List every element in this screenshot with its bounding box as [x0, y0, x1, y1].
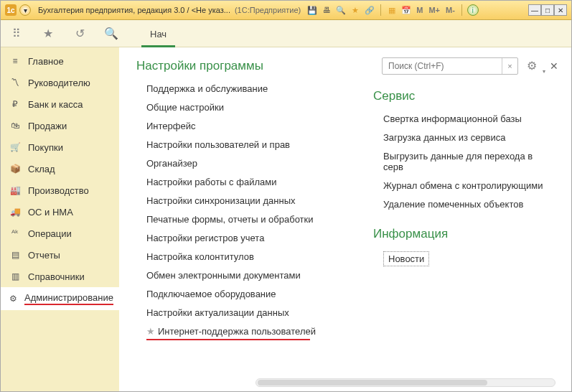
book-icon: ▥: [9, 271, 21, 282]
sidebar-item-bank[interactable]: ₽Банк и касса: [1, 93, 119, 115]
sidebar: ≡Главное 〽Руководителю ₽Банк и касса 🛍Пр…: [1, 47, 119, 392]
settings-heading: Настройки программы: [136, 59, 339, 73]
sidebar-item-operations[interactable]: ᴬᵏОперации: [1, 223, 119, 244]
link-svc-3[interactable]: Журнал обмена с контролирующими: [383, 180, 554, 191]
sidebar-item-production[interactable]: 🏭Производство: [1, 179, 119, 201]
link-svc-4[interactable]: Удаление помеченных объектов: [383, 199, 554, 210]
link-support[interactable]: Поддержка и обслуживание: [146, 83, 339, 94]
sidebar-item-assets[interactable]: 🚚ОС и НМА: [1, 201, 119, 223]
search-box: ×: [382, 57, 518, 75]
calendar-icon[interactable]: 📅: [400, 4, 412, 16]
sidebar-item-catalogs[interactable]: ▥Справочники: [1, 266, 119, 287]
bag-icon: 🛍: [9, 120, 21, 131]
link-general[interactable]: Общие настройки: [146, 102, 339, 113]
link-sync[interactable]: Настройки синхронизации данных: [146, 195, 339, 206]
link-actualize[interactable]: Настройки актуализации данных: [146, 307, 339, 318]
link-news[interactable]: Новости: [383, 251, 429, 266]
link-svc-0[interactable]: Свертка информационной базы: [383, 113, 554, 124]
clear-search-button[interactable]: ×: [502, 58, 517, 74]
panel-close-button[interactable]: ✕: [550, 60, 558, 72]
tab-start[interactable]: Нач: [141, 23, 175, 47]
horizontal-scrollbar[interactable]: [255, 378, 555, 387]
gear-icon: ⚙: [9, 293, 17, 304]
window-title: Бухгалтерия предприятия, редакция 3.0 / …: [38, 6, 230, 14]
preview-icon[interactable]: 🔍: [335, 4, 347, 16]
app-logo-icon: 1c: [5, 4, 17, 16]
cart-icon: 🛒: [9, 141, 21, 153]
link-print[interactable]: Печатные формы, отчеты и обработки: [146, 214, 339, 225]
sidebar-item-sales[interactable]: 🛍Продажи: [1, 115, 119, 136]
m-plus-button[interactable]: M+: [427, 4, 441, 16]
settings-gear-icon[interactable]: ⚙: [527, 59, 541, 73]
m-button[interactable]: M: [415, 4, 424, 16]
close-button[interactable]: ✕: [554, 4, 567, 16]
sidebar-item-warehouse[interactable]: 📦Склад: [1, 158, 119, 179]
apps-icon[interactable]: ⠿: [9, 27, 24, 41]
highlight-underline: [146, 339, 310, 340]
factory-icon: 🏭: [9, 185, 21, 196]
star-icon[interactable]: ★: [41, 27, 55, 41]
content-panel: × ⚙ ✕ Настройки программы Поддержка и об…: [119, 47, 571, 392]
chart-icon: 〽: [9, 77, 21, 88]
history-icon[interactable]: ↺: [72, 27, 87, 41]
truck-icon: 🚚: [9, 206, 21, 218]
star-icon: ★: [146, 326, 155, 337]
sidebar-item-admin[interactable]: ⚙Администрирование: [1, 287, 119, 310]
link-registers[interactable]: Настройки регистров учета: [146, 233, 339, 243]
maximize-button[interactable]: □: [541, 4, 554, 16]
search-icon[interactable]: 🔍: [104, 27, 118, 41]
link-svc-1[interactable]: Загрузка данных из сервиса: [383, 132, 554, 143]
menu-icon: ≡: [9, 55, 21, 67]
link-edocs[interactable]: Обмен электронными документами: [146, 270, 339, 281]
search-input[interactable]: [383, 61, 502, 71]
link-svc-2[interactable]: Выгрузить данные для перехода в серв: [383, 151, 554, 172]
minimize-button[interactable]: —: [528, 4, 541, 16]
sidebar-item-manager[interactable]: 〽Руководителю: [1, 72, 119, 93]
sidebar-item-reports[interactable]: ▤Отчеты: [1, 244, 119, 266]
link-users[interactable]: Настройки пользователей и прав: [146, 139, 339, 150]
save-icon[interactable]: 💾: [306, 4, 318, 16]
link-hardware[interactable]: Подключаемое оборудование: [146, 289, 339, 299]
box-icon: 📦: [9, 163, 21, 174]
sidebar-item-purchases[interactable]: 🛒Покупки: [1, 136, 119, 158]
link-icon[interactable]: 🔗: [364, 4, 375, 16]
app-name: (1С:Предприятие): [235, 6, 301, 14]
service-heading: Сервис: [373, 89, 554, 103]
m-minus-button[interactable]: M-: [444, 4, 456, 16]
ruble-icon: ₽: [9, 98, 21, 110]
info-icon[interactable]: i: [467, 4, 479, 16]
dropdown-icon[interactable]: ▾: [19, 4, 31, 16]
link-organizer[interactable]: Органайзер: [146, 158, 339, 169]
scrollbar-thumb[interactable]: [258, 380, 487, 386]
main-toolbar: ⠿ ★ ↺ 🔍 Нач: [1, 20, 571, 47]
link-internet-support[interactable]: ★Интернет-поддержка пользователей: [146, 326, 339, 337]
info-heading: Информация: [373, 227, 554, 241]
window-titlebar: 1c ▾ Бухгалтерия предприятия, редакция 3…: [1, 1, 571, 20]
sidebar-item-main[interactable]: ≡Главное: [1, 50, 119, 72]
favorite-icon[interactable]: ★: [350, 4, 361, 16]
link-interface[interactable]: Интерфейс: [146, 121, 339, 131]
ops-icon: ᴬᵏ: [9, 228, 21, 239]
link-files[interactable]: Настройки работы с файлами: [146, 177, 339, 187]
calc-icon[interactable]: ▦: [386, 4, 398, 16]
report-icon: ▤: [9, 249, 21, 261]
print-icon[interactable]: 🖶: [321, 4, 332, 16]
link-headers[interactable]: Настройка колонтитулов: [146, 251, 339, 262]
